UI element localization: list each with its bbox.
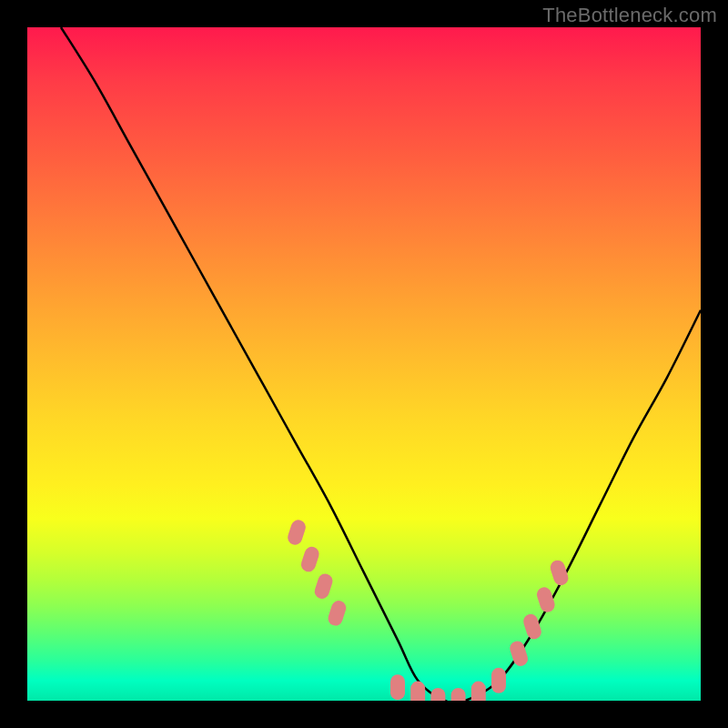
watermark-label: TheBottleneck.com: [542, 4, 717, 27]
data-marker: [286, 518, 308, 547]
data-marker: [521, 612, 543, 642]
data-marker: [471, 682, 486, 701]
data-marker: [410, 682, 425, 701]
data-marker: [451, 688, 466, 701]
data-marker: [313, 571, 335, 601]
data-marker: [299, 545, 321, 574]
data-marker: [535, 585, 557, 614]
data-marker: [326, 599, 348, 628]
plot-area: [27, 27, 701, 701]
data-marker: [549, 559, 571, 588]
curve-svg: [27, 27, 701, 701]
curve-markers: [286, 518, 570, 701]
bottleneck-curve: [61, 27, 701, 701]
chart-frame: TheBottleneck.com: [0, 0, 728, 728]
data-marker: [491, 668, 506, 693]
data-marker: [430, 688, 445, 701]
data-marker: [390, 674, 405, 700]
